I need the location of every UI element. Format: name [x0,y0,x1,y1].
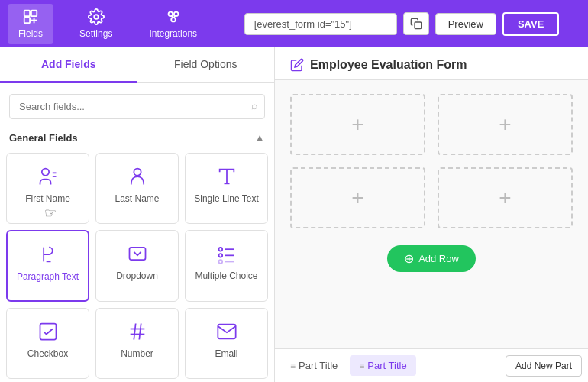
part-title-label-2: Part Title [367,360,406,371]
preview-button[interactable]: Preview [435,13,496,35]
last-name-icon [127,166,148,187]
svg-point-23 [218,254,222,257]
add-row-container: ⊕ Add Row [290,241,573,280]
field-item-paragraph-text[interactable]: Paragraph Text [6,230,89,303]
drag-icon-1: ≡ [290,361,295,371]
search-input[interactable] [9,94,265,119]
form-title: Employee Evaluation Form [310,58,467,72]
form-cell-1-1[interactable]: + [290,94,425,155]
number-icon [127,321,148,342]
form-cell-2-1[interactable]: + [290,167,425,228]
copy-shortcode-button[interactable] [403,12,429,35]
svg-rect-1 [31,11,37,16]
part-title-item-2[interactable]: ≡ Part Title [350,355,415,376]
nav-settings-label: Settings [79,28,112,39]
field-item-multiple-choice[interactable]: Multiple Choice [185,230,268,303]
form-title-bar: Employee Evaluation Form [275,47,588,80]
single-line-text-label: Single Line Text [194,193,259,204]
first-name-icon [37,166,59,187]
paragraph-text-icon [37,244,59,265]
save-button[interactable]: SAVE [502,12,559,36]
svg-rect-20 [129,247,145,259]
copy-icon [410,18,422,30]
svg-line-31 [139,324,141,340]
form-cell-2-2[interactable]: + [438,167,573,228]
nav-center: [everest_form id="15"] Preview SAVE [223,12,580,36]
dropdown-icon [127,243,148,264]
multiple-choice-label: Multiple Choice [195,270,257,281]
left-panel: Add Fields Field Options ⌕ General Field… [0,47,275,382]
main-layout: Add Fields Field Options ⌕ General Field… [0,47,588,382]
field-item-checkbox[interactable]: Checkbox [6,308,89,379]
svg-rect-2 [24,18,30,23]
multiple-choice-icon [216,243,237,264]
nav-integrations[interactable]: Integrations [138,4,208,44]
checkbox-icon [37,321,59,342]
svg-point-5 [168,12,173,16]
settings-icon [88,8,105,25]
svg-point-21 [218,247,222,251]
cursor-pointer-indicator: ☞ [44,205,57,222]
form-row-1: + + [290,94,573,155]
add-cell-icon: + [351,186,363,210]
field-item-email[interactable]: Email [185,308,268,379]
field-item-number[interactable]: Number [95,308,179,379]
add-row-label: Add Row [418,253,459,264]
field-item-single-line-text[interactable]: Single Line Text [185,153,268,224]
email-label: Email [215,348,237,359]
part-title-label-1: Part Title [299,360,338,371]
svg-point-7 [171,18,176,21]
first-name-label: First Name [25,193,70,204]
single-line-text-icon [216,166,237,187]
svg-rect-0 [24,11,30,16]
nav-fields[interactable]: Fields [8,4,53,44]
right-panel: Employee Evaluation Form + + + + [275,47,588,382]
add-cell-icon: + [351,112,363,137]
svg-line-30 [134,324,135,340]
fields-icon [22,8,39,25]
dropdown-label: Dropdown [116,270,158,281]
form-canvas: + + + + ⊕ Add Row [275,80,588,348]
fields-grid: First Name ☞ Last Name Single Line Text [0,150,274,382]
integrations-icon [165,8,182,25]
email-icon [216,321,237,342]
part-title-bar: ≡ Part Title ≡ Part Title Add New Part [275,348,588,382]
add-cell-icon: + [499,186,511,210]
part-title-item-1[interactable]: ≡ Part Title [281,355,347,376]
edit-icon [290,58,304,72]
svg-rect-27 [40,324,56,340]
nav-integrations-label: Integrations [149,28,197,39]
shortcode-display: [everest_form id="15"] [244,13,397,35]
chevron-up-icon: ▲ [254,131,265,144]
svg-point-25 [218,260,222,264]
field-item-dropdown[interactable]: Dropdown [95,230,179,303]
svg-point-6 [174,12,179,16]
add-row-button[interactable]: ⊕ Add Row [387,245,476,272]
field-item-last-name[interactable]: Last Name [95,153,179,224]
drag-icon-2: ≡ [359,361,363,371]
svg-rect-11 [415,22,422,29]
number-label: Number [121,348,153,359]
add-new-part-button[interactable]: Add New Part [506,355,582,377]
form-cell-1-2[interactable]: + [438,94,573,155]
search-icon: ⌕ [251,99,257,112]
top-navigation: Fields Settings Integrations [everest_fo… [0,0,588,47]
nav-fields-label: Fields [18,28,43,39]
add-cell-icon: + [499,112,511,137]
nav-settings[interactable]: Settings [69,4,123,44]
paragraph-text-label: Paragraph Text [17,271,79,282]
form-row-2: + + [290,167,573,228]
general-fields-section: General Fields ▲ [0,127,274,150]
panel-tabs: Add Fields Field Options [0,47,274,83]
checkbox-label: Checkbox [27,348,68,359]
search-container: ⌕ [0,83,274,127]
last-name-label: Last Name [115,193,159,204]
svg-point-12 [41,169,48,176]
tab-field-options[interactable]: Field Options [137,47,275,83]
tab-add-fields[interactable]: Add Fields [0,47,137,83]
section-label: General Fields [9,132,78,144]
plus-circle-icon: ⊕ [404,251,414,266]
svg-point-15 [134,169,141,176]
field-item-first-name[interactable]: First Name ☞ [6,153,89,224]
